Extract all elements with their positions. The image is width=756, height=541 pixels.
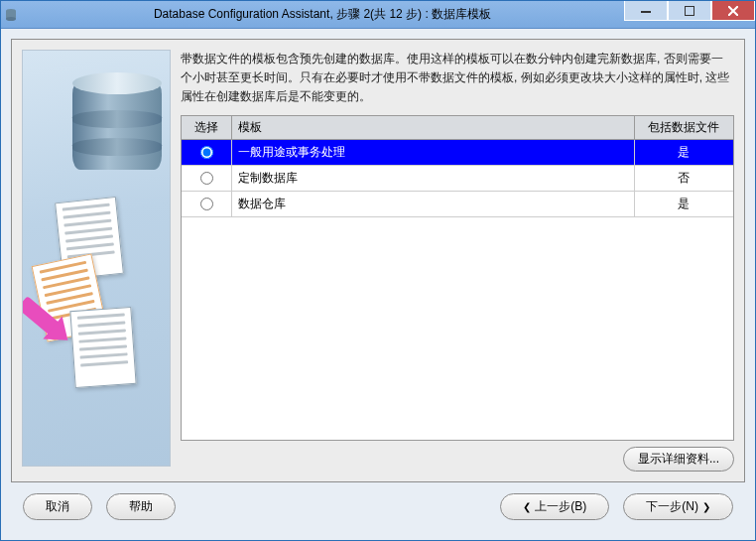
includes-files-cell: 是 [634, 191, 733, 216]
window-title: Database Configuration Assistant, 步骤 2(共… [21, 6, 624, 23]
template-radio[interactable] [200, 172, 213, 185]
table-row[interactable]: 一般用途或事务处理是 [182, 139, 733, 165]
includes-files-cell: 否 [634, 165, 733, 191]
description-text: 带数据文件的模板包含预先创建的数据库。使用这样的模板可以在数分钟内创建完新数据库… [181, 50, 734, 107]
template-radio[interactable] [200, 198, 213, 210]
show-details-button[interactable]: 显示详细资料... [623, 447, 734, 472]
back-button[interactable]: ❮上一步(B) [500, 493, 609, 520]
svg-point-2 [6, 17, 16, 21]
app-window: Database Configuration Assistant, 步骤 2(共… [0, 0, 756, 541]
next-button-label: 下一步(N) [646, 498, 698, 515]
main-panel: 带数据文件的模板包含预先创建的数据库。使用这样的模板可以在数分钟内创建完新数据库… [11, 39, 745, 482]
minimize-button[interactable] [624, 1, 668, 21]
wizard-side-image [22, 50, 171, 467]
close-button[interactable] [711, 1, 755, 21]
template-name-cell: 数据仓库 [231, 191, 634, 216]
template-name-cell: 一般用途或事务处理 [231, 139, 634, 165]
window-controls [624, 1, 755, 28]
back-button-label: 上一步(B) [535, 498, 586, 515]
template-table: 选择 模板 包括数据文件 一般用途或事务处理是定制数据库否数据仓库是 [181, 115, 734, 441]
chevron-left-icon: ❮ [523, 501, 531, 512]
table-row[interactable]: 定制数据库否 [182, 165, 733, 191]
titlebar: Database Configuration Assistant, 步骤 2(共… [1, 1, 755, 29]
wizard-footer: 取消 帮助 ❮上一步(B) 下一步(N)❯ [11, 482, 745, 530]
client-area: 带数据文件的模板包含预先创建的数据库。使用这样的模板可以在数分钟内创建完新数据库… [1, 29, 755, 540]
includes-files-cell: 是 [634, 139, 733, 165]
app-icon [1, 1, 21, 29]
svg-rect-3 [641, 11, 651, 13]
chevron-right-icon: ❯ [702, 501, 710, 512]
col-header-files: 包括数据文件 [634, 116, 733, 140]
template-radio[interactable] [200, 146, 213, 159]
col-header-template: 模板 [231, 116, 634, 140]
content-area: 带数据文件的模板包含预先创建的数据库。使用这样的模板可以在数分钟内创建完新数据库… [181, 50, 734, 472]
cancel-button[interactable]: 取消 [23, 493, 92, 520]
next-button[interactable]: 下一步(N)❯ [623, 493, 733, 520]
table-row[interactable]: 数据仓库是 [182, 191, 733, 216]
help-button[interactable]: 帮助 [106, 493, 176, 520]
template-name-cell: 定制数据库 [231, 165, 634, 191]
col-header-select: 选择 [182, 116, 231, 140]
maximize-button[interactable] [668, 1, 711, 21]
svg-rect-4 [685, 6, 694, 16]
